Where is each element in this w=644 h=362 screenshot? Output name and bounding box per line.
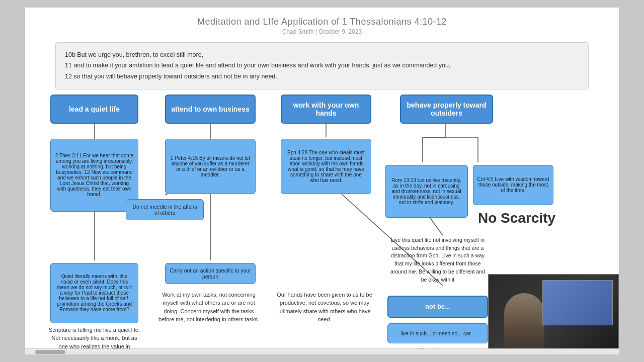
verse3: 12 so that you will behave properly towa… [65, 73, 277, 80]
verse1: 10b But we urge you, brethren, to excel … [65, 51, 203, 58]
main-title: Meditation and LIfe Application of 1 The… [25, 17, 619, 27]
col2-bottom-text: Work at my own tasks, not concerning mys… [156, 291, 262, 324]
webcam-screen [542, 280, 613, 325]
scrollbar[interactable] [25, 348, 619, 354]
subtitle: Chad Smith | October 9, 2023 [25, 28, 619, 35]
col1-sub-box2: Quiet literally means with little noise … [50, 263, 138, 323]
col1-top-box: lead a quiet life [50, 95, 138, 124]
col3-bottom-text: Our hands have been given to us to be pr… [272, 291, 377, 324]
verse2: 11 and to make it your ambition to lead … [65, 62, 450, 69]
no-scarcity-text: No Scarcity [478, 210, 555, 226]
col4-sub-box1: Rom 13:13 Let us live decently, as in th… [385, 165, 468, 218]
col2-sub-box3: Carry out an action specific to your per… [165, 263, 256, 284]
col2-sub-box1: 1 Peter 4:15 By all means do not let any… [165, 139, 256, 194]
col4-not-be-box: not be... [387, 296, 488, 318]
scripture-box: 10b But we urge you, brethren, to excel … [55, 42, 589, 89]
col4-live-in-such-box: live in such... or need so... car... [387, 323, 488, 343]
scrollbar-thumb[interactable] [35, 350, 65, 354]
col3-top-box: work with your own hands [281, 95, 371, 124]
col4-top-box: behave properly toward outsiders [400, 95, 493, 124]
webcam-overlay [488, 274, 619, 354]
title-area: Meditation and LIfe Application of 1 The… [25, 8, 619, 37]
webcam-inner [489, 275, 618, 353]
webcam-person [504, 293, 544, 353]
col4-sub-box2: Col 4:5 Live with wisdom toward those ou… [473, 165, 553, 205]
col4-meditation-text: Live this quiet life not involving mysel… [387, 236, 488, 284]
col1-sub-box1: 2 Thes 3:11 For we hear that some among … [50, 139, 138, 212]
col2-top-box: attend to own business [165, 95, 256, 124]
col3-sub-box1: Eph 4:28 The one who steals must steal n… [281, 139, 371, 194]
col2-sub-box2: Do not meedle in the affairs of others [126, 199, 204, 220]
